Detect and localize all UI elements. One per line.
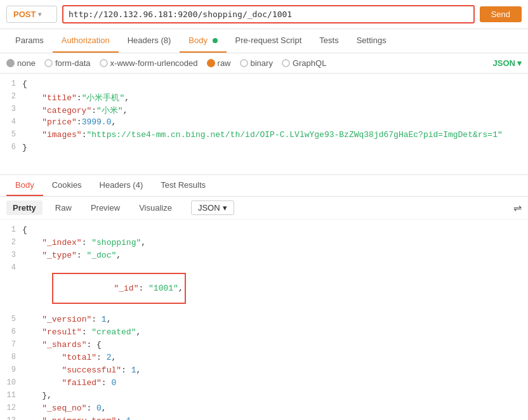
resp-tab-test-results[interactable]: Test Results (152, 175, 214, 196)
option-none[interactable]: none (6, 58, 36, 68)
pretty-btn-pretty[interactable]: Pretty (6, 200, 43, 215)
url-container: http://120.132.96.181:9200/shopping/_doc… (62, 5, 475, 23)
radio-urlencoded (100, 59, 108, 67)
option-binary[interactable]: binary (240, 58, 273, 68)
resp-line-4: 4 "_id": "1001", (0, 263, 528, 314)
request-body-editor[interactable]: 1 { 2 "title":"小米手机", 3 "category":"小米",… (0, 74, 528, 175)
resp-line-5: 5 "_version": 1, (0, 314, 528, 327)
response-format-label: JSON (198, 203, 220, 213)
resp-line-6: 6 "result": "created", (0, 327, 528, 339)
pretty-btn-visualize[interactable]: Visualize (133, 200, 178, 215)
json-format-selector[interactable]: JSON ▾ (493, 58, 522, 68)
radio-none (6, 59, 15, 67)
pretty-btn-preview[interactable]: Preview (84, 200, 126, 215)
radio-graphql (282, 59, 290, 67)
method-chevron: ▾ (38, 11, 41, 18)
resp-line-13: 13 "_primary_term": 1 (0, 416, 528, 420)
resp-tab-body[interactable]: Body (6, 175, 43, 196)
resp-line-9: 9 "successful": 1, (0, 365, 528, 377)
tab-authorization[interactable]: Authorization (53, 29, 119, 53)
method-label: POST (13, 10, 36, 19)
req-line-5: 5 "images":"https://tse4-mm.cn.bing.net/… (0, 129, 528, 142)
radio-binary (240, 59, 248, 67)
response-format-chevron: ▾ (223, 203, 227, 213)
tab-body[interactable]: Body (180, 29, 226, 53)
resp-line-2: 2 "_index": "shopping", (0, 237, 528, 250)
option-raw[interactable]: raw (207, 58, 231, 68)
pretty-btn-raw[interactable]: Raw (49, 200, 78, 215)
body-options-bar: none form-data x-www-form-urlencoded raw… (0, 53, 528, 74)
option-form-data[interactable]: form-data (44, 58, 91, 68)
body-dot (213, 38, 218, 43)
tab-params[interactable]: Params (6, 29, 53, 53)
resp-tab-cookies[interactable]: Cookies (43, 175, 91, 196)
resp-line-1: 1 { (0, 225, 528, 237)
response-json-selector[interactable]: JSON ▾ (191, 200, 234, 215)
req-line-1: 1 { (0, 79, 528, 91)
method-selector[interactable]: POST ▾ (6, 6, 57, 23)
resp-line-3: 3 "_type": "_doc", (0, 250, 528, 263)
radio-raw (207, 59, 215, 67)
resp-line-11: 11 }, (0, 390, 528, 403)
resp-line-8: 8 "total": 2, (0, 352, 528, 365)
resp-line-10: 10 "failed": 0 (0, 377, 528, 390)
req-line-6: 6 } (0, 142, 528, 155)
option-graphql[interactable]: GraphQL (282, 58, 326, 68)
json-format-label: JSON (493, 58, 515, 68)
tab-prerequest[interactable]: Pre-request Script (227, 29, 311, 53)
option-urlencoded[interactable]: x-www-form-urlencoded (100, 58, 198, 68)
resp-line-12: 12 "_seq_no": 0, (0, 403, 528, 416)
tab-settings[interactable]: Settings (348, 29, 395, 53)
request-nav-tabs: Params Authorization Headers (8) Body Pr… (0, 29, 528, 53)
radio-form-data (44, 59, 53, 67)
tab-tests[interactable]: Tests (310, 29, 347, 53)
json-format-chevron: ▾ (517, 58, 522, 68)
req-line-2: 2 "title":"小米手机", (0, 91, 528, 104)
pretty-bar: Pretty Raw Preview Visualize JSON ▾ ⇌ (0, 197, 528, 220)
resp-line-7: 7 "_shards": { (0, 339, 528, 352)
response-nav-tabs: Body Cookies Headers (4) Test Results (0, 175, 528, 197)
wrap-icon[interactable]: ⇌ (513, 202, 522, 214)
req-line-4: 4 "price":3999.0, (0, 117, 528, 129)
top-bar: POST ▾ http://120.132.96.181:9200/shoppi… (0, 0, 528, 29)
resp-tab-headers[interactable]: Headers (4) (91, 175, 152, 196)
req-line-3: 3 "category":"小米", (0, 104, 528, 117)
url-text: http://120.132.96.181:9200/shopping/_doc… (69, 10, 292, 19)
response-body-viewer: 1 { 2 "_index": "shopping", 3 "_type": "… (0, 220, 528, 420)
tab-headers[interactable]: Headers (8) (119, 29, 180, 53)
send-button[interactable]: Send (480, 6, 522, 22)
